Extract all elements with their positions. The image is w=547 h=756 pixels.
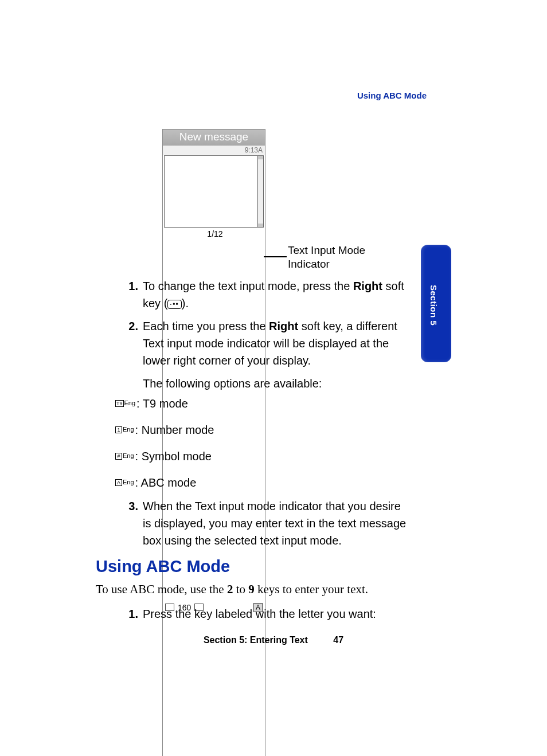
eng-suffix: Eng [124, 399, 136, 408]
page-footer: Section 5: Entering Text 47 [0, 635, 547, 645]
step-1: 1. To change the text input mode, press … [122, 277, 410, 312]
step-number: 1. [122, 605, 138, 622]
text-bold: 2 [227, 582, 233, 596]
text-bold: 9 [248, 582, 255, 596]
text-bold: Right [353, 280, 382, 292]
mode-list: T9Eng : T9 mode 1Eng : Number mode #Eng … [115, 395, 214, 501]
footer-page-number: 47 [333, 635, 343, 645]
abc-step-1: 1. Press the key labeled with the letter… [122, 605, 410, 628]
text: Each time you press the [143, 320, 269, 332]
step-number: 2. [122, 318, 138, 369]
message-textarea [164, 155, 257, 228]
softkey-dots-icon: ⋅•• [167, 300, 181, 309]
callout-line [264, 256, 287, 257]
t9-badge: T9Eng [115, 399, 135, 408]
mode-abc: AEng : ABC mode [115, 475, 214, 491]
step-body: When the Text input mode indicator that … [143, 498, 410, 549]
eng-suffix: Eng [123, 478, 134, 487]
symbol-badge: #Eng [115, 452, 134, 460]
mode-label: : ABC mode [135, 475, 197, 491]
text: ). [182, 297, 189, 310]
phone-time: 9:13A [162, 146, 265, 155]
mode-label: : T9 mode [136, 395, 188, 412]
running-header: Using ABC Mode [357, 91, 427, 100]
number-badge: 1Eng [115, 425, 134, 434]
step-3: 3. When the Text input mode indicator th… [122, 498, 410, 555]
callout-text: Text Input Mode Indicator [288, 244, 391, 271]
mode-label: : Symbol mode [135, 448, 212, 464]
phone-body [162, 155, 265, 228]
number-box-icon: 1 [115, 426, 122, 433]
text: to [233, 582, 248, 596]
step-2-followup: The following options are available: [143, 375, 410, 392]
step-number: 1. [122, 277, 138, 312]
mode-t9: T9Eng : T9 mode [115, 395, 214, 412]
heading-using-abc-mode: Using ABC Mode [96, 557, 230, 576]
text: To use ABC mode, use the [96, 582, 227, 596]
eng-suffix: Eng [123, 425, 134, 434]
abc-box-icon: A [115, 479, 122, 486]
t9-box-icon: T9 [115, 400, 124, 407]
step-number: 3. [122, 498, 138, 549]
text-bold: Right [269, 320, 298, 332]
mode-number: 1Eng : Number mode [115, 422, 214, 438]
eng-suffix: Eng [123, 452, 134, 460]
page: Using ABC Mode New message 9:13A 160 1/1… [0, 0, 547, 756]
step-body: To change the text input mode, press the… [143, 277, 410, 312]
scrollbar [257, 155, 264, 228]
section-tab: Section 5 [421, 245, 451, 362]
step-body: Press the key labeled with the letter yo… [143, 605, 410, 622]
section-tab-label: Section 5 [429, 285, 439, 326]
text: To change the text input mode, press the [143, 280, 353, 292]
text: keys to enter your text. [255, 582, 368, 596]
intro-paragraph: To use ABC mode, use the 2 to 9 keys to … [96, 582, 417, 597]
abc-badge: AEng [115, 478, 134, 487]
mode-symbol: #Eng : Symbol mode [115, 448, 214, 464]
step-2: 2. Each time you press the Right soft ke… [122, 318, 410, 369]
footer-section: Section 5: Entering Text [204, 635, 308, 645]
symbol-box-icon: # [115, 453, 122, 460]
mode-label: : Number mode [135, 422, 214, 438]
phone-title: New message [162, 129, 265, 146]
step-list: 1. To change the text input mode, press … [122, 277, 410, 398]
step-body: Each time you press the Right soft key, … [143, 318, 410, 369]
